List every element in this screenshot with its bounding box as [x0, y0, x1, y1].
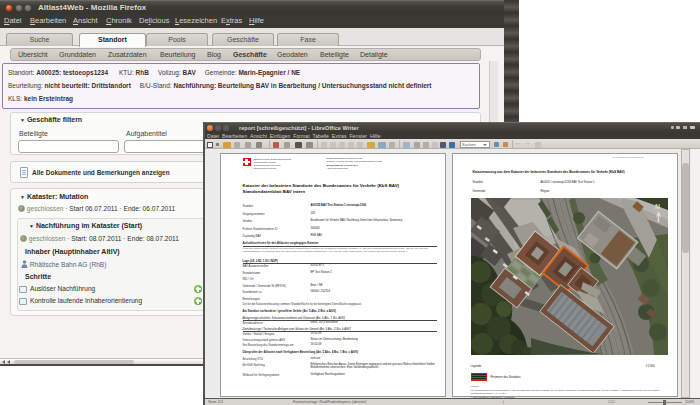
- svg-text:N: N: [655, 203, 660, 210]
